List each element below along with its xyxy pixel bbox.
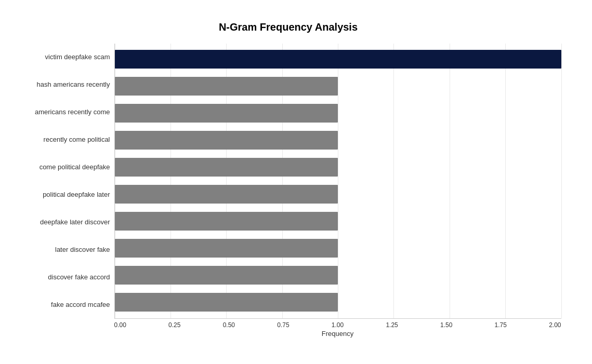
y-label: americans recently come: [16, 108, 110, 116]
chart-area: victim deepfake scamhash americans recen…: [16, 44, 561, 319]
x-tick: 0.75: [277, 321, 289, 329]
bar-row: [115, 208, 561, 235]
x-tick: 1.75: [495, 321, 507, 329]
y-label: come political deepfake: [16, 163, 110, 171]
x-tick: 0.25: [168, 321, 180, 329]
y-label: fake accord mcafee: [16, 301, 110, 309]
bar-row: [115, 262, 561, 289]
bar-row: [115, 46, 561, 73]
bar-row: [115, 289, 561, 316]
bar: [115, 77, 338, 96]
y-label: hash americans recently: [16, 80, 110, 89]
y-axis: victim deepfake scamhash americans recen…: [16, 44, 114, 319]
y-label: discover fake accord: [16, 273, 110, 281]
x-tick: 1.00: [332, 321, 344, 329]
bar: [115, 185, 338, 204]
grid-line: [561, 44, 562, 318]
bar-row: [115, 181, 561, 208]
bar: [115, 293, 338, 312]
bar: [115, 212, 338, 231]
bar: [115, 131, 338, 150]
chart-container: N-Gram Frequency Analysis victim deepfak…: [10, 6, 582, 359]
y-label: later discover fake: [16, 246, 110, 254]
chart-title: N-Gram Frequency Analysis: [16, 21, 561, 33]
x-tick: 2.00: [549, 321, 561, 329]
bar-row: [115, 154, 561, 181]
bar: [115, 158, 338, 177]
y-label: deepfake later discover: [16, 218, 110, 226]
x-tick: 0.00: [114, 321, 126, 329]
bar-row: [115, 127, 561, 154]
x-tick: 1.50: [440, 321, 452, 329]
x-axis-label: Frequency: [114, 330, 561, 338]
y-label: recently come political: [16, 136, 110, 144]
x-tick: 1.25: [386, 321, 398, 329]
bar: [115, 50, 561, 69]
bar: [115, 104, 338, 123]
bar-row: [115, 73, 561, 100]
bars-container: [115, 44, 561, 318]
bar-row: [115, 100, 561, 127]
x-tick: 0.50: [223, 321, 235, 329]
bar-row: [115, 235, 561, 262]
y-label: victim deepfake scam: [16, 53, 110, 61]
plot-area: [114, 44, 561, 319]
y-label: political deepfake later: [16, 191, 110, 199]
bar: [115, 266, 338, 285]
x-axis: 0.000.250.500.751.001.251.501.752.00: [114, 321, 561, 329]
bar: [115, 239, 338, 258]
